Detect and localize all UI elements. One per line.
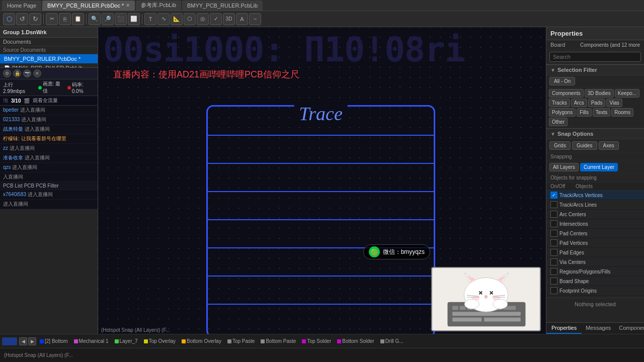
layer-chip-bottom-paste[interactable]: Bottom Paste — [258, 338, 298, 344]
snap-label-4: Intersections — [559, 221, 588, 227]
filter-btn-other[interactable]: Other — [549, 118, 568, 126]
filter-btn-keepout[interactable]: Keepo... — [615, 89, 639, 98]
snap-item-footprint-origins[interactable]: Footprint Origins — [546, 286, 644, 296]
toolbar: ⬡ ↺ ↻ ✂ ⎘ 📋 🔍 🔎 ⬛ ⬜ T ∿ 📐 ⬡ ◎ ✓ 3D A ~ — [0, 11, 644, 27]
chat-msg-11: 进入直播间 — [0, 200, 98, 209]
layer-chip-layer7[interactable]: Layer_7 — [112, 338, 140, 344]
svg-point-22 — [485, 295, 488, 297]
filter-btn-3dbodies[interactable]: 3D Bodies — [585, 89, 614, 98]
sidebar-item-pcbdoc[interactable]: BMYY_PCB_RULER.PcbDoc * — [0, 54, 98, 63]
snap-item-pad-centers[interactable]: Pad Centers — [546, 229, 644, 238]
tab-home[interactable]: Home Page — [2, 1, 41, 11]
chat-btn-minimize[interactable]: 📷 — [23, 69, 31, 77]
chat-btn-close[interactable]: ✕ — [33, 69, 41, 77]
toolbar-btn-zoom-fit[interactable]: 🔍 — [89, 13, 101, 25]
selection-filter-header[interactable]: ▼ Selection Filter — [546, 64, 644, 75]
chat-msg-8: 入直播间 — [0, 172, 98, 182]
snap-item-pad-vertices[interactable]: Pad Vertices — [546, 238, 644, 248]
snap-label-2: Track/Arcs Lines — [559, 202, 597, 208]
layer-chip-drill[interactable]: Drill G... — [378, 338, 406, 344]
chat-msg-7: qzs 进入直播间 — [0, 163, 98, 172]
layer-nav-next[interactable]: ▶ — [28, 337, 36, 345]
toolbar-btn-extra[interactable]: ~ — [249, 13, 261, 25]
toolbar-btn-fill[interactable]: ⬛ — [115, 13, 127, 25]
toolbar-btn-paste[interactable]: 📋 — [72, 13, 84, 25]
chat-overlay: ⚙ 🔒 📷 ✕ 上行 2.99mbps 画质: 最佳 码率: 0.0% 地 3/… — [0, 67, 98, 209]
toolbar-btn-drc[interactable]: ✓ — [210, 13, 222, 25]
snap-axes-btn[interactable]: Axes — [599, 141, 619, 150]
coords-display: (Hotspot Snap (All Layers) (F... — [98, 327, 546, 333]
progress-label: 观看全流量 — [33, 97, 58, 104]
toolbar-btn-via[interactable]: ◎ — [197, 13, 209, 25]
tab-pcbdoc[interactable]: BMYY_PCB_RULER.PcbDoc * ✕ — [42, 1, 135, 11]
layer-chip-top-overlay[interactable]: Top Overlay — [141, 338, 178, 344]
toolbar-btn-copy[interactable]: ⎘ — [59, 13, 71, 25]
layer-chip-top-paste[interactable]: Top Paste — [225, 338, 257, 344]
toolbar-btn-cut[interactable]: ✂ — [46, 13, 58, 25]
canvas-area[interactable]: 00si1000: Π10!08ri 直播内容：使用AD21画哔哩哔哩PCB信仰… — [98, 27, 546, 334]
bitrate-label: 码率: 0.0% — [72, 81, 95, 94]
snap-item-board-shape[interactable]: Board Shape — [546, 277, 644, 286]
tab-pcblib-ref[interactable]: 参考库.PcbLib — [136, 1, 181, 11]
toolbar-btn-route[interactable]: ⬡ — [3, 13, 15, 25]
snap-all-layers-btn[interactable]: All Layers — [549, 163, 579, 171]
snap-label-8: Via Centers — [559, 259, 586, 265]
snap-item-arc-centers[interactable]: Arc Centers — [546, 210, 644, 219]
chat-btn-settings[interactable]: ⚙ — [3, 69, 11, 77]
layer-chip-bottom-overlay[interactable]: Bottom Overlay — [179, 338, 224, 344]
snap-label-5: Pad Centers — [559, 231, 588, 236]
toolbar-btn-3d[interactable]: 3D — [223, 13, 235, 25]
filter-btn-vias[interactable]: Vias — [606, 99, 622, 107]
snap-item-track-arcs-lines[interactable]: Track/Arcs Lines — [546, 200, 644, 210]
chat-msg-4: 柠檬味: 让我看看群号在哪里 — [0, 134, 98, 144]
layer-nav-prev[interactable]: ◀ — [19, 337, 27, 345]
toolbar-btn-undo[interactable]: ↺ — [16, 13, 28, 25]
properties-search[interactable] — [549, 52, 641, 62]
layer-chip-mech1[interactable]: Mechanical 1 — [71, 338, 111, 344]
panel-title: Properties — [546, 27, 644, 40]
filter-btn-tracks[interactable]: Tracks — [549, 99, 570, 107]
toolbar-btn-zoom-in[interactable]: 🔎 — [102, 13, 114, 25]
wechat-icon: 🟢 — [369, 246, 380, 257]
snap-grids-btn[interactable]: Grids — [549, 141, 571, 150]
objects-col: Objects — [576, 184, 593, 189]
chat-btn-lock[interactable]: 🔒 — [13, 69, 21, 77]
toolbar-btn-measure[interactable]: 📐 — [171, 13, 183, 25]
tab-close-icon[interactable]: ✕ — [126, 3, 130, 8]
filter-btn-rooms[interactable]: Rooms — [611, 108, 633, 117]
toolbar-btn-redo[interactable]: ↻ — [29, 13, 41, 25]
snap-item-regions[interactable]: Regions/Polygons/Fills — [546, 267, 644, 277]
snap-item-pad-edges[interactable]: Pad Edges — [546, 248, 644, 257]
bottom-tab-components[interactable]: Components — [615, 323, 644, 334]
all-on-btn[interactable]: All - On — [549, 77, 575, 85]
snap-options-header[interactable]: ▼ Snap Options — [546, 128, 644, 139]
bottom-tab-properties[interactable]: Properties — [546, 323, 582, 334]
toolbar-btn-text[interactable]: A — [236, 13, 248, 25]
snap-guides-btn[interactable]: Guides — [572, 141, 597, 150]
layer-chip-bottom-solder[interactable]: Bottom Solder — [335, 338, 376, 344]
filter-btn-components[interactable]: Components — [549, 89, 584, 98]
filter-btn-arcs[interactable]: Arcs — [571, 99, 587, 107]
filter-btn-pads[interactable]: Pads — [588, 99, 606, 107]
snap-current-layer-btn[interactable]: Current Layer — [580, 163, 618, 171]
filter-btn-texts[interactable]: Texts — [593, 108, 610, 117]
snap-label-9: Regions/Polygons/Fills — [559, 269, 610, 275]
chat-msg-3: 战奥特曼 进入直播间 — [0, 125, 98, 134]
toolbar-btn-outline[interactable]: ⬜ — [128, 13, 140, 25]
tab-pcbdoc-label: BMYY_PCB_RULER.PcbDoc * — [47, 3, 124, 9]
tab-pcblib-bmyy[interactable]: BMYY_PCB_RULER.PcbLib — [182, 1, 263, 11]
snap-item-track-arcs-vertices[interactable]: ✓ Track/Arcs Vertices — [546, 191, 644, 200]
layer-chip-top-solder[interactable]: Top Solder — [299, 338, 334, 344]
snap-item-intersections[interactable]: Intersections — [546, 219, 644, 229]
snap-item-via-centers[interactable]: Via Centers — [546, 257, 644, 267]
filter-btn-polygons[interactable]: Polygons — [549, 108, 576, 117]
toolbar-btn-arc[interactable]: ∿ — [157, 13, 170, 25]
bottom-tab-messages[interactable]: Messages — [582, 323, 615, 334]
cat-image-overlay — [431, 267, 541, 331]
layer-chip-bottom[interactable]: [2] Bottom — [37, 338, 70, 344]
wechat-overlay: 🟢 微信：bmyyqzs — [363, 244, 430, 259]
toolbar-btn-place[interactable]: T — [144, 13, 156, 25]
tab-bar: Home Page BMYY_PCB_RULER.PcbDoc * ✕ 参考库.… — [0, 0, 644, 11]
toolbar-btn-poly[interactable]: ⬡ — [184, 13, 196, 25]
filter-btn-fills[interactable]: Fills — [577, 108, 592, 117]
